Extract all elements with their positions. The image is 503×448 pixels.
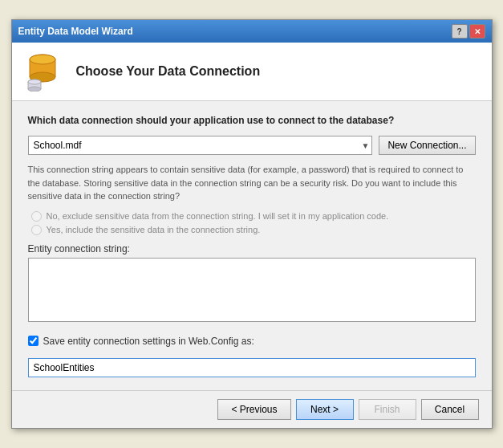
dialog-header: Choose Your Data Connection [12, 43, 492, 101]
connection-select[interactable]: School.mdf [28, 136, 373, 155]
svg-point-8 [28, 87, 41, 92]
title-bar-left: Entity Data Model Wizard [18, 26, 133, 37]
radio-no[interactable] [31, 211, 42, 222]
dialog-body: Which data connection should your applic… [12, 101, 492, 389]
connection-question: Which data connection should your applic… [28, 114, 476, 128]
close-button[interactable]: ✕ [469, 24, 485, 39]
radio-no-text: No, exclude sensitive data from the conn… [47, 211, 389, 221]
svg-point-5 [30, 55, 55, 64]
help-button[interactable]: ? [452, 24, 468, 39]
dialog-footer: < Previous Next > Finish Cancel [12, 390, 492, 428]
cancel-button[interactable]: Cancel [421, 399, 479, 420]
radio-yes-text: Yes, include the sensitive data in the c… [47, 225, 261, 234]
title-bar-buttons: ? ✕ [452, 24, 485, 39]
entity-string-section: Entity connection string: [28, 243, 476, 324]
sensitive-data-description: This connection string appears to contai… [28, 163, 476, 203]
previous-button[interactable]: < Previous [217, 399, 290, 420]
connection-row: School.mdf ▼ New Connection... [28, 136, 476, 155]
radio-yes[interactable] [31, 225, 42, 235]
connection-select-wrapper: School.mdf ▼ [28, 136, 373, 155]
next-button[interactable]: Next > [296, 399, 354, 420]
finish-button[interactable]: Finish [359, 399, 416, 420]
entity-string-textarea[interactable] [28, 258, 476, 322]
window-title: Entity Data Model Wizard [18, 26, 133, 37]
save-settings-checkbox[interactable] [28, 336, 39, 346]
entity-name-input[interactable] [28, 358, 476, 377]
radio-no-label: No, exclude sensitive data from the conn… [31, 211, 476, 222]
svg-point-11 [28, 79, 41, 84]
entity-string-label: Entity connection string: [28, 243, 476, 255]
radio-group: No, exclude sensitive data from the conn… [31, 211, 476, 235]
title-bar: Entity Data Model Wizard ? ✕ [12, 20, 492, 43]
save-settings-label: Save entity connection settings in Web.C… [43, 336, 254, 347]
main-window: Entity Data Model Wizard ? ✕ [11, 19, 493, 428]
save-settings-row: Save entity connection settings in Web.C… [28, 336, 476, 347]
dialog-title: Choose Your Data Connection [76, 64, 261, 79]
radio-yes-label: Yes, include the sensitive data in the c… [31, 225, 476, 235]
database-icon [25, 52, 63, 91]
new-connection-button[interactable]: New Connection... [379, 136, 475, 155]
